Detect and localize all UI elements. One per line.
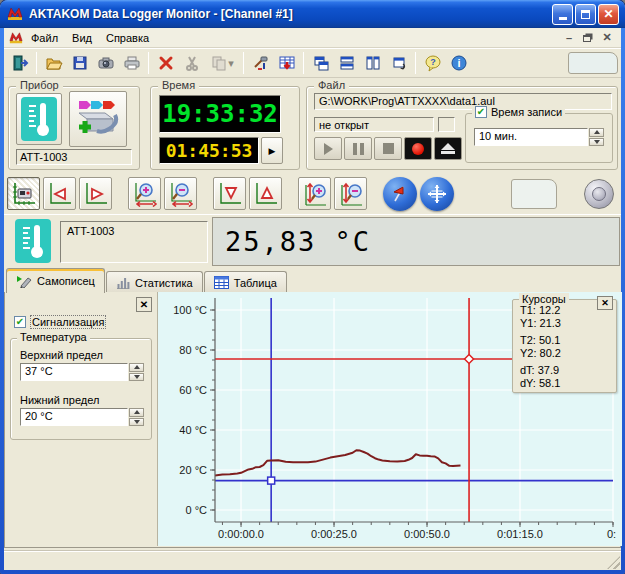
pan-up-icon bbox=[253, 181, 279, 207]
zoom-x-in-button[interactable] bbox=[128, 177, 161, 210]
zoom-x-out-button[interactable] bbox=[164, 177, 197, 210]
spin-up-button[interactable] bbox=[129, 408, 144, 417]
arrow-down-icon bbox=[594, 140, 600, 144]
table-icon bbox=[214, 276, 229, 289]
tab-statistics[interactable]: Статистика bbox=[106, 271, 203, 293]
channel-icon-box bbox=[10, 219, 56, 265]
upper-limit-value[interactable]: 37 °C bbox=[20, 363, 128, 381]
menu-file[interactable]: Файл bbox=[24, 30, 65, 46]
speaker-button[interactable] bbox=[584, 179, 614, 209]
tile-horizontal-button[interactable] bbox=[334, 51, 359, 75]
table-export-icon bbox=[278, 54, 296, 72]
pan-up-button[interactable] bbox=[249, 177, 282, 210]
stop-button[interactable] bbox=[374, 137, 402, 160]
pan-left-button[interactable] bbox=[43, 177, 76, 210]
zoom-y-in-button[interactable] bbox=[298, 177, 331, 210]
tile-vertical-button[interactable] bbox=[360, 51, 385, 75]
exit-button[interactable] bbox=[7, 51, 32, 75]
record-time-checkbox[interactable]: ✔ bbox=[475, 106, 487, 118]
delete-x-icon bbox=[157, 54, 175, 72]
spin-down-button[interactable] bbox=[589, 138, 604, 147]
recorder-mode-button[interactable] bbox=[7, 177, 40, 210]
spin-down-button[interactable] bbox=[129, 373, 144, 382]
tab-recorder[interactable]: Самописец bbox=[6, 268, 105, 293]
pause-icon bbox=[353, 143, 364, 155]
temperature-group-label: Температура bbox=[17, 331, 90, 343]
settings-button[interactable] bbox=[248, 51, 273, 75]
minimize-button[interactable] bbox=[552, 4, 573, 25]
delete-button[interactable] bbox=[153, 51, 178, 75]
tab-table[interactable]: Таблица bbox=[204, 271, 287, 293]
maximize-button[interactable] bbox=[575, 4, 596, 25]
cursor-y1-value: Y1: 21.3 bbox=[520, 317, 609, 330]
cascade-windows-button[interactable] bbox=[308, 51, 333, 75]
save-button[interactable] bbox=[67, 51, 92, 75]
time-mode-button[interactable]: ▶ bbox=[261, 137, 283, 164]
close-button[interactable]: ✕ bbox=[598, 4, 619, 25]
mdi-close-button[interactable]: ✕ bbox=[599, 31, 615, 45]
print-button[interactable] bbox=[119, 51, 144, 75]
menu-view[interactable]: Вид bbox=[65, 30, 99, 46]
play-button[interactable] bbox=[314, 137, 342, 160]
pause-button[interactable] bbox=[344, 137, 372, 160]
cursor-t2-value: T2: 50.1 bbox=[520, 334, 609, 347]
pan-down-button[interactable] bbox=[213, 177, 246, 210]
alarm-sidebar: ✕ ✔ Сигнализация Температура Верхний пре… bbox=[5, 292, 158, 546]
copy-button-disabled[interactable]: ▾ bbox=[205, 51, 239, 75]
mdi-minimize-button[interactable]: – bbox=[561, 31, 577, 45]
upper-limit-spinner[interactable]: 37 °C bbox=[20, 363, 144, 381]
svg-text:20 °C: 20 °C bbox=[179, 464, 207, 476]
about-button[interactable]: i bbox=[446, 51, 471, 75]
svg-text:0:00:25.0: 0:00:25.0 bbox=[311, 528, 357, 540]
printer-icon bbox=[123, 54, 141, 72]
cursor-y2-value: Y2: 80.2 bbox=[520, 347, 609, 360]
record-interval-value[interactable]: 10 мин. bbox=[474, 128, 588, 146]
marker-flag-button[interactable] bbox=[383, 177, 417, 211]
eject-icon bbox=[441, 143, 455, 154]
help-button[interactable]: ? bbox=[420, 51, 445, 75]
alarm-checkbox[interactable]: ✔ bbox=[14, 316, 26, 328]
pan-right-button[interactable] bbox=[79, 177, 112, 210]
device-settings-button[interactable] bbox=[16, 93, 62, 145]
svg-text:100 °C: 100 °C bbox=[173, 304, 207, 316]
lower-limit-spinner[interactable]: 20 °C bbox=[20, 408, 144, 426]
zoom-x-in-icon bbox=[132, 181, 158, 207]
spin-down-button[interactable] bbox=[129, 418, 144, 427]
cursors-panel-close-button[interactable]: ✕ bbox=[597, 296, 613, 310]
svg-text:0:01:15.0: 0:01:15.0 bbox=[497, 528, 543, 540]
spin-up-button[interactable] bbox=[129, 363, 144, 372]
tile-vertical-icon bbox=[364, 54, 382, 72]
cursor-dy-value: dY: 58.1 bbox=[520, 377, 609, 390]
device-group: Прибор ATT-1003 bbox=[8, 86, 140, 170]
chart-area[interactable]: 0 °C20 °C40 °C60 °C80 °C100 °C0:00:00.00… bbox=[158, 292, 622, 546]
clock-display: 19:33:32 bbox=[159, 95, 281, 133]
connect-device-button[interactable] bbox=[69, 91, 127, 147]
tile-horizontal-icon bbox=[338, 54, 356, 72]
cursors-panel: Курсоры ✕ T1: 12.2 Y1: 21.3 T2: 50.1 Y2:… bbox=[512, 299, 617, 393]
export-data-button[interactable] bbox=[274, 51, 299, 75]
arrange-icons-button[interactable] bbox=[386, 51, 411, 75]
menu-help[interactable]: Справка bbox=[99, 30, 156, 46]
toolbar-separator bbox=[243, 52, 244, 74]
lower-limit-label: Нижний предел bbox=[20, 394, 99, 406]
exit-door-icon bbox=[11, 54, 29, 72]
sidebar-close-button[interactable]: ✕ bbox=[136, 297, 152, 312]
eject-button[interactable] bbox=[434, 137, 462, 160]
file-path-field[interactable]: G:\WORK\Prog\ATTXXXX\data1.aul bbox=[314, 93, 612, 110]
resize-grip-icon[interactable] bbox=[607, 556, 620, 569]
svg-text:0:00:50.0: 0:00:50.0 bbox=[404, 528, 450, 540]
record-button[interactable] bbox=[404, 137, 432, 160]
cursor-t1-value: T1: 12.2 bbox=[520, 304, 609, 317]
center-cursors-button[interactable] bbox=[420, 177, 454, 211]
alarm-indicator-panel bbox=[511, 179, 557, 209]
snapshot-button[interactable] bbox=[93, 51, 118, 75]
zoom-y-out-button[interactable] bbox=[334, 177, 367, 210]
cursors-panel-title: Курсоры bbox=[519, 293, 569, 305]
record-interval-spinner[interactable]: 10 мин. bbox=[474, 128, 604, 146]
open-file-button[interactable] bbox=[41, 51, 66, 75]
cut-button-disabled[interactable] bbox=[179, 51, 204, 75]
mdi-restore-button[interactable] bbox=[580, 31, 596, 45]
lower-limit-value[interactable]: 20 °C bbox=[20, 408, 128, 426]
spin-up-button[interactable] bbox=[589, 128, 604, 137]
window-title: AKTAKOM Data Logger Monitor - [Channel #… bbox=[29, 7, 552, 21]
